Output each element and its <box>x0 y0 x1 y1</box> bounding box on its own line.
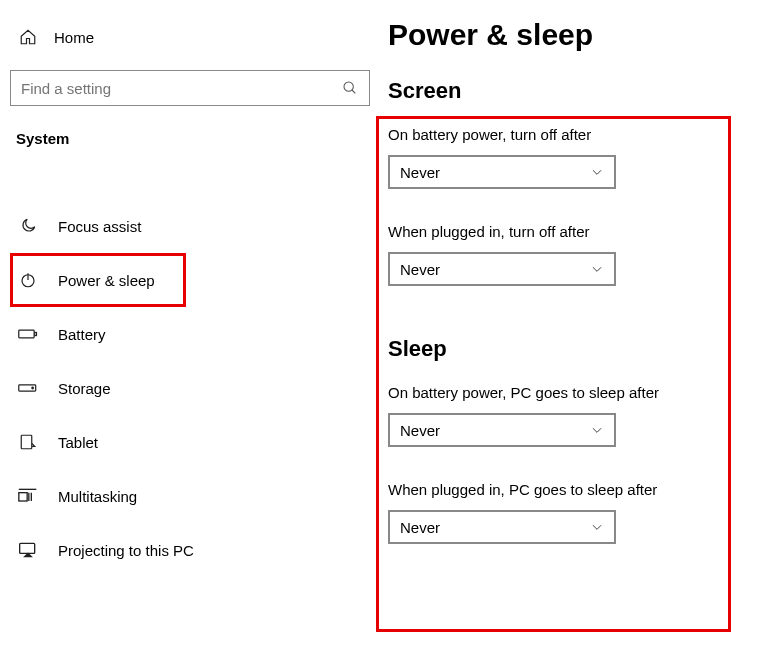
search-input-wrap[interactable] <box>10 70 370 106</box>
sidebar-item-label: Power & sleep <box>58 272 155 289</box>
chevron-down-icon <box>590 423 604 437</box>
select-value: Never <box>400 422 440 439</box>
power-icon <box>16 271 40 289</box>
sleep-group-title: Sleep <box>388 336 767 362</box>
select-value: Never <box>400 164 440 181</box>
svg-rect-9 <box>19 493 27 501</box>
search-icon <box>341 80 359 96</box>
moon-icon <box>16 217 40 235</box>
svg-line-1 <box>352 90 355 93</box>
search-input[interactable] <box>21 80 341 97</box>
sidebar-item-multitasking[interactable]: Multitasking <box>10 469 370 523</box>
svg-point-7 <box>32 387 34 389</box>
screen-plugged-label: When plugged in, turn off after <box>388 223 767 240</box>
svg-point-0 <box>344 82 353 91</box>
highlight-annotation <box>376 116 731 632</box>
sidebar-item-label: Multitasking <box>58 488 137 505</box>
projecting-icon <box>16 541 40 559</box>
screen-battery-select[interactable]: Never <box>388 155 616 189</box>
svg-rect-5 <box>35 332 37 335</box>
battery-icon <box>16 325 40 343</box>
screen-plugged-select[interactable]: Never <box>388 252 616 286</box>
svg-rect-8 <box>21 435 32 449</box>
sleep-battery-label: On battery power, PC goes to sleep after <box>388 384 767 401</box>
sidebar-item-label: Focus assist <box>58 218 141 235</box>
sidebar-item-storage[interactable]: Storage <box>10 361 370 415</box>
select-value: Never <box>400 519 440 536</box>
home-icon <box>16 28 40 46</box>
svg-rect-4 <box>19 330 34 338</box>
sleep-plugged-label: When plugged in, PC goes to sleep after <box>388 481 767 498</box>
home-button[interactable]: Home <box>10 18 370 56</box>
screen-group-title: Screen <box>388 78 767 104</box>
chevron-down-icon <box>590 262 604 276</box>
sidebar-item-label: Projecting to this PC <box>58 542 194 559</box>
sidebar-item-projecting[interactable]: Projecting to this PC <box>10 523 370 577</box>
sidebar-item-power-sleep[interactable]: Power & sleep <box>10 253 186 307</box>
chevron-down-icon <box>590 520 604 534</box>
main-panel: Power & sleep Screen On battery power, t… <box>380 0 767 647</box>
svg-rect-13 <box>20 543 35 553</box>
multitasking-icon <box>16 487 40 505</box>
sidebar: Home System Focus assist Power & sleep B… <box>0 0 380 647</box>
sleep-plugged-select[interactable]: Never <box>388 510 616 544</box>
sidebar-item-battery[interactable]: Battery <box>10 307 370 361</box>
select-value: Never <box>400 261 440 278</box>
tablet-icon <box>16 433 40 451</box>
screen-battery-label: On battery power, turn off after <box>388 126 767 143</box>
sidebar-item-tablet[interactable]: Tablet <box>10 415 370 469</box>
sidebar-item-label: Tablet <box>58 434 98 451</box>
chevron-down-icon <box>590 165 604 179</box>
sidebar-item-focus-assist[interactable]: Focus assist <box>10 199 370 253</box>
sidebar-item-label: Storage <box>58 380 111 397</box>
sidebar-section-title: System <box>10 124 370 165</box>
sidebar-item-label: Battery <box>58 326 106 343</box>
page-title: Power & sleep <box>388 18 767 52</box>
sleep-battery-select[interactable]: Never <box>388 413 616 447</box>
sidebar-nav: Focus assist Power & sleep Battery Stora… <box>10 165 370 577</box>
storage-icon <box>16 379 40 397</box>
home-label: Home <box>54 29 94 46</box>
